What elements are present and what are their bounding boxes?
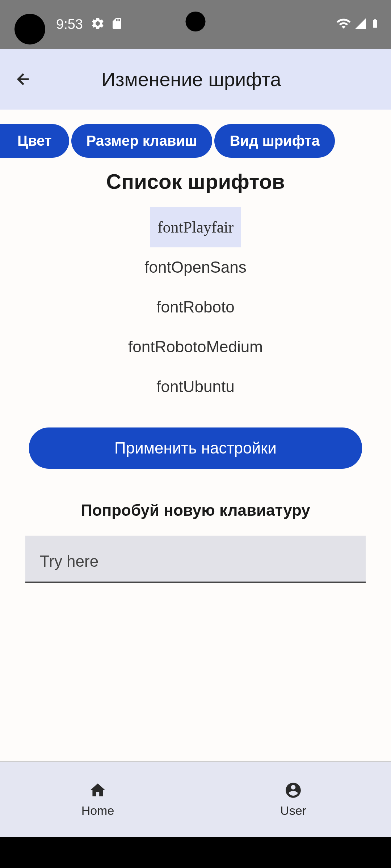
status-icons-left (91, 16, 123, 31)
tab-keysize[interactable]: Размер клавиш (71, 124, 213, 158)
nav-user-label: User (280, 804, 306, 818)
nav-home[interactable]: Home (0, 762, 196, 837)
font-list-title: Список шрифтов (106, 169, 285, 193)
font-item-opensans[interactable]: fontOpenSans (137, 247, 253, 287)
home-icon (89, 781, 107, 799)
back-arrow-icon[interactable] (14, 70, 33, 88)
font-item-ubuntu[interactable]: fontUbuntu (149, 367, 241, 407)
font-item-playfair[interactable]: fontPlayfair (150, 207, 241, 247)
try-keyboard-label: Попробуй новую клавиатуру (81, 501, 310, 519)
main-content: Цвет Размер клавиш Вид шрифта Список шри… (0, 110, 391, 761)
status-icons-right (336, 16, 380, 31)
status-time: 9:53 (56, 17, 83, 32)
tab-row: Цвет Размер клавиш Вид шрифта (0, 124, 391, 158)
wifi-icon (336, 16, 351, 31)
apply-button[interactable]: Применить настройки (29, 427, 362, 469)
nav-user[interactable]: User (196, 762, 391, 837)
page-title: Изменение шрифта (101, 68, 281, 90)
signal-icon (354, 17, 367, 30)
camera-cutout-left (14, 14, 45, 44)
camera-cutout-center (186, 12, 206, 31)
try-input[interactable] (25, 536, 366, 583)
font-list: fontPlayfair fontOpenSans fontRoboto fon… (0, 207, 391, 407)
status-bar: 9:53 (0, 0, 391, 49)
font-item-robotomedium[interactable]: fontRobotoMedium (121, 327, 270, 367)
tab-color[interactable]: Цвет (0, 124, 69, 158)
system-nav-bar (0, 837, 391, 868)
app-header: Изменение шрифта (0, 49, 391, 110)
font-item-roboto[interactable]: fontRoboto (149, 287, 241, 327)
bottom-nav: Home User (0, 761, 391, 837)
battery-icon (370, 16, 380, 31)
nav-home-label: Home (81, 804, 114, 818)
tab-fonttype[interactable]: Вид шрифта (214, 124, 335, 158)
user-icon (284, 781, 302, 799)
sd-card-icon (110, 16, 123, 31)
gear-icon (91, 16, 105, 31)
